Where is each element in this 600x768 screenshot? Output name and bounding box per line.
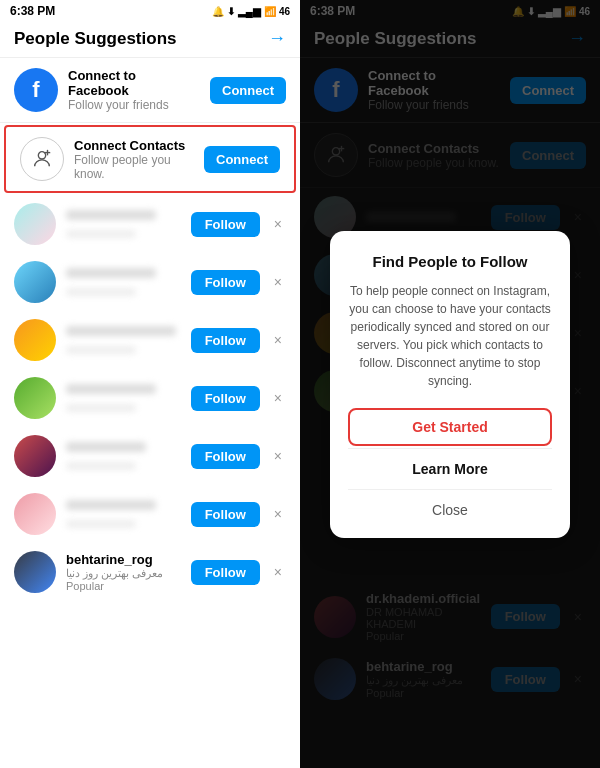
suggestion-info <box>66 380 181 416</box>
left-panel: 6:38 PM 🔔 ⬇ ▂▄▆ 📶 46 People Suggestions … <box>0 0 300 768</box>
contacts-icon <box>20 137 64 181</box>
follow-button[interactable]: Follow <box>191 560 260 585</box>
dismiss-button[interactable]: × <box>270 272 286 292</box>
download-icon: ⬇ <box>227 6 235 17</box>
suggestion-username: behtarine_rog <box>66 552 181 567</box>
blurred-username <box>66 326 176 336</box>
modal-divider-2 <box>348 489 552 490</box>
svg-point-0 <box>38 152 45 159</box>
battery-icon: 46 <box>279 6 290 17</box>
suggestion-info <box>66 438 181 474</box>
blurred-username <box>66 384 156 394</box>
left-time: 6:38 PM <box>10 4 55 18</box>
blurred-meta <box>66 462 136 470</box>
suggestion-info <box>66 322 181 358</box>
blurred-meta <box>66 288 136 296</box>
left-page-title: People Suggestions <box>14 29 176 49</box>
list-item: Follow × <box>0 311 300 369</box>
blurred-username <box>66 268 156 278</box>
blurred-meta <box>66 404 136 412</box>
list-item: Follow × <box>0 485 300 543</box>
dismiss-button[interactable]: × <box>270 388 286 408</box>
avatar <box>14 319 56 361</box>
wifi-icon: 📶 <box>264 6 276 17</box>
alarm-icon: 🔔 <box>212 6 224 17</box>
right-panel: 6:38 PM 🔔 ⬇ ▂▄▆ 📶 46 People Suggestions … <box>300 0 600 768</box>
suggestion-info <box>66 206 181 242</box>
blurred-username <box>66 210 156 220</box>
connect-contacts-text: Connect Contacts Follow people you know. <box>74 138 194 181</box>
avatar <box>14 377 56 419</box>
modal-title: Find People to Follow <box>348 253 552 270</box>
connect-facebook-subtitle: Follow your friends <box>68 98 200 112</box>
avatar <box>14 261 56 303</box>
connect-contacts-button[interactable]: Connect <box>204 146 280 173</box>
blurred-meta <box>66 346 136 354</box>
modal-overlay: Find People to Follow To help people con… <box>300 0 600 768</box>
signal-icon: ▂▄▆ <box>238 6 261 17</box>
follow-button[interactable]: Follow <box>191 328 260 353</box>
follow-button[interactable]: Follow <box>191 502 260 527</box>
blurred-username <box>66 442 146 452</box>
avatar <box>14 203 56 245</box>
connect-contacts-subtitle: Follow people you know. <box>74 153 194 181</box>
dismiss-button[interactable]: × <box>270 330 286 350</box>
connect-facebook-title: Connect to Facebook <box>68 68 200 98</box>
left-arrow-icon[interactable]: → <box>268 28 286 49</box>
find-people-modal: Find People to Follow To help people con… <box>330 231 570 538</box>
dismiss-button[interactable]: × <box>270 562 286 582</box>
learn-more-button[interactable]: Learn More <box>348 451 552 487</box>
follow-button[interactable]: Follow <box>191 444 260 469</box>
list-item: Follow × <box>0 369 300 427</box>
left-header: People Suggestions → <box>0 22 300 58</box>
suggestion-info: behtarine_rog معرفی بهترین روز دنیا Popu… <box>66 552 181 592</box>
avatar <box>14 551 56 593</box>
connect-facebook-button[interactable]: Connect <box>210 77 286 104</box>
blurred-meta <box>66 230 136 238</box>
suggestion-info <box>66 264 181 300</box>
follow-button[interactable]: Follow <box>191 270 260 295</box>
suggestion-meta: معرفی بهترین روز دنیا <box>66 567 181 580</box>
suggestion-sub: Popular <box>66 580 181 592</box>
get-started-button[interactable]: Get Started <box>348 408 552 446</box>
left-status-icons: 🔔 ⬇ ▂▄▆ 📶 46 <box>212 6 290 17</box>
connect-facebook-row: f Connect to Facebook Follow your friend… <box>0 58 300 123</box>
modal-divider <box>348 448 552 449</box>
suggestion-list: Follow × Follow × Follow × <box>0 195 300 768</box>
blurred-username <box>66 500 156 510</box>
avatar <box>14 493 56 535</box>
dismiss-button[interactable]: × <box>270 504 286 524</box>
blurred-meta <box>66 520 136 528</box>
facebook-icon: f <box>14 68 58 112</box>
dismiss-button[interactable]: × <box>270 214 286 234</box>
list-item: behtarine_rog معرفی بهترین روز دنیا Popu… <box>0 543 300 601</box>
list-item: Follow × <box>0 195 300 253</box>
follow-button[interactable]: Follow <box>191 386 260 411</box>
follow-button[interactable]: Follow <box>191 212 260 237</box>
connect-facebook-text: Connect to Facebook Follow your friends <box>68 68 200 112</box>
connect-contacts-title: Connect Contacts <box>74 138 194 153</box>
dismiss-button[interactable]: × <box>270 446 286 466</box>
list-item: Follow × <box>0 427 300 485</box>
connect-contacts-row: Connect Contacts Follow people you know.… <box>4 125 296 193</box>
avatar <box>14 435 56 477</box>
list-item: Follow × <box>0 253 300 311</box>
modal-body: To help people connect on Instagram, you… <box>348 282 552 390</box>
left-status-bar: 6:38 PM 🔔 ⬇ ▂▄▆ 📶 46 <box>0 0 300 22</box>
suggestion-info <box>66 496 181 532</box>
close-modal-button[interactable]: Close <box>348 492 552 528</box>
